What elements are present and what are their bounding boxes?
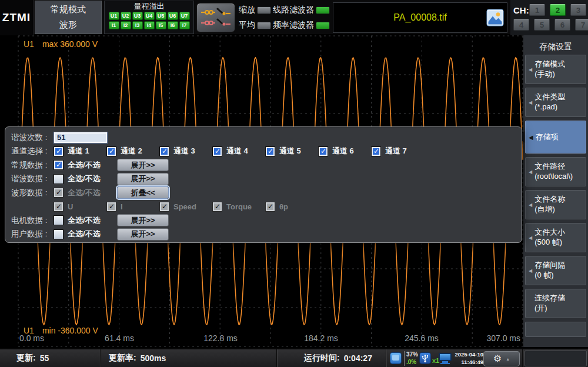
harmonic-count-label: 谐波次数 : (11, 132, 54, 143)
channel-button-7[interactable]: 7 (575, 19, 588, 31)
max-channel: U1 (24, 39, 34, 49)
checkbox-box (54, 215, 64, 225)
checkbox-label: 通道 7 (385, 146, 407, 156)
waveform-i-checkbox[interactable]: I (106, 202, 159, 212)
sidebar-item-file-name[interactable]: ◀ 文件名称(自增) (525, 190, 586, 219)
power-analyzer-screen: ZTMI 常规模式 波形 量程溢出 U1 U2 U3 U4 U5 U6 U7 I… (0, 0, 588, 367)
sidebar-item-storage-items[interactable]: ◀ 存储项 (525, 121, 586, 154)
image-file-icon[interactable] (486, 9, 504, 26)
channel-button-2[interactable]: 2 (550, 4, 566, 16)
item-label: 存储项 (536, 132, 559, 142)
dialog-row-user-data: 用户数据 : 全选/不选 展开>> (11, 228, 522, 242)
normal-data-expand-button[interactable]: 展开>> (117, 159, 169, 171)
channel-4-checkbox[interactable]: 通道 4 (212, 146, 265, 156)
left-triangle-icon: ◀ (529, 134, 533, 141)
storage-items-dialog: 谐波次数 : 通道选择 : 通道 1 通道 2 通道 3 通道 4 通道 5 通… (5, 126, 522, 243)
waveform-thetap-checkbox[interactable]: θp (265, 202, 318, 212)
range-indicator-u1: U1 (109, 12, 119, 20)
channel-1-checkbox[interactable]: 通道 1 (54, 146, 106, 156)
item-label: 文件大小 (534, 228, 565, 238)
motor-data-label: 电机数据 : (11, 215, 54, 226)
channel-button-3[interactable]: 3 (570, 4, 586, 16)
statusbar-divider (276, 349, 278, 367)
gear-icon: ⚙ (493, 354, 502, 363)
statusbar-divider (522, 349, 523, 367)
left-triangle-icon: ◀ (529, 67, 532, 72)
channel-button-1[interactable]: 1 (529, 4, 545, 16)
checkbox-box (106, 146, 116, 156)
left-triangle-icon: ◀ (529, 268, 532, 273)
run-time: 运行时间: 0:04:27 (304, 349, 372, 367)
storage-pct-top: 37% (406, 351, 418, 359)
channel-6-checkbox[interactable]: 通道 6 (318, 146, 371, 156)
line-filter-indicator (316, 6, 330, 14)
sidebar-item-file-path[interactable]: ◀ 文件路径(root\local\) (525, 157, 586, 186)
user-data-expand-button[interactable]: 展开>> (117, 228, 169, 241)
checkbox-label: 全选/不选 (68, 188, 101, 198)
waveform-data-selectall-checkbox[interactable]: 全选/不选 (54, 188, 117, 198)
user-data-selectall-checkbox[interactable]: 全选/不选 (54, 229, 117, 239)
range-indicator-i3: I3 (132, 21, 143, 29)
sidebar-item-storage-interval[interactable]: ◀ 存储间隔(0 帧) (525, 256, 586, 285)
update-value: 55 (40, 353, 49, 363)
motor-data-selectall-checkbox[interactable]: 全选/不选 (54, 215, 117, 226)
channel-3-checkbox[interactable]: 通道 3 (159, 146, 212, 156)
channel-2-checkbox[interactable]: 通道 2 (106, 146, 159, 156)
checkbox-box (54, 188, 64, 198)
checkbox-label: Speed (173, 202, 196, 211)
channel-button-4[interactable]: 4 (513, 19, 529, 31)
dialog-row-harmonic-count: 谐波次数 : (11, 131, 522, 145)
harmonic-data-selectall-checkbox[interactable]: 全选/不选 (54, 174, 117, 184)
motor-data-expand-button[interactable]: 展开>> (117, 214, 169, 226)
checkbox-box (54, 202, 64, 212)
statusbar-divider (100, 349, 101, 367)
left-triangle-icon: ◀ (529, 100, 532, 105)
update-label: 更新: (16, 353, 36, 363)
waveform-torque-checkbox[interactable]: Torque (212, 202, 265, 212)
channel-5-checkbox[interactable]: 通道 5 (265, 146, 318, 156)
range-overflow-panel: 量程溢出 U1 U2 U3 U4 U5 U6 U7 I1 I2 I3 I4 I5… (104, 1, 194, 34)
harmonic-count-input[interactable] (54, 132, 108, 144)
channel-7-checkbox[interactable]: 通道 7 (371, 146, 424, 156)
settings-menu-button[interactable]: ⚙ ▲ (483, 351, 520, 366)
range-indicator-u6: U6 (168, 12, 178, 20)
checkbox-label: 通道 1 (68, 146, 89, 156)
checkbox-box (106, 202, 116, 212)
channel-button-5[interactable]: 5 (534, 19, 550, 31)
checkbox-box (159, 146, 169, 156)
range-indicator-u4: U4 (144, 12, 155, 20)
time-tick-4: 245.6 ms (405, 333, 439, 343)
sidebar-item-storage-mode[interactable]: ◀ 存储模式(手动) (525, 55, 586, 84)
mode-button[interactable]: 常规模式 波形 (35, 1, 102, 34)
dialog-row-waveform-items: U I Speed Torque θp (11, 200, 522, 214)
checkbox-box (371, 146, 381, 156)
storage-disk-icon (390, 352, 402, 364)
item-value: (500 帧) (534, 238, 565, 248)
sidebar-item-continuous-storage[interactable]: 连续存储(开) (525, 289, 586, 318)
sidebar-item-empty[interactable] (525, 322, 586, 337)
time-tick-2: 122.8 ms (203, 333, 238, 343)
left-triangle-icon: ◀ (529, 235, 532, 241)
dialog-row-motor-data: 电机数据 : 全选/不选 展开>> (11, 213, 522, 228)
wiring-switch-icon (199, 6, 232, 29)
dialog-row-waveform-data: 波形数据 : 全选/不选 折叠<< (11, 186, 522, 200)
sidebar-item-file-size[interactable]: ◀ 文件大小(500 帧) (525, 223, 586, 252)
channel-button-6[interactable]: 6 (554, 19, 570, 31)
normal-data-selectall-checkbox[interactable]: 全选/不选 (54, 160, 117, 171)
sidebar-item-file-type[interactable]: ◀ 文件类型(*.pad) (525, 88, 586, 117)
waveform-data-collapse-button[interactable]: 折叠<< (117, 186, 169, 199)
wiring-settings-button[interactable] (196, 3, 235, 32)
current-indicator-row: I1 I2 I3 I4 I5 I6 I7 (105, 21, 193, 29)
waveform-speed-checkbox[interactable]: Speed (159, 202, 212, 212)
checkbox-label: 通道 4 (226, 146, 248, 156)
file-display[interactable]: PA_00008.tif (333, 2, 507, 33)
voltage-indicator-row: U1 U2 U3 U4 U5 U6 U7 (105, 12, 193, 20)
item-value: (root\local\) (534, 172, 573, 182)
item-label: 文件路径 (534, 162, 573, 172)
harmonic-data-expand-button[interactable]: 展开>> (117, 173, 169, 185)
waveform-data-label: 波形数据 : (11, 188, 54, 198)
checkbox-box (54, 229, 64, 239)
checkbox-label: 全选/不选 (68, 174, 101, 184)
waveform-u-checkbox[interactable]: U (54, 202, 106, 212)
time-text: 11:46:49 (448, 359, 483, 366)
